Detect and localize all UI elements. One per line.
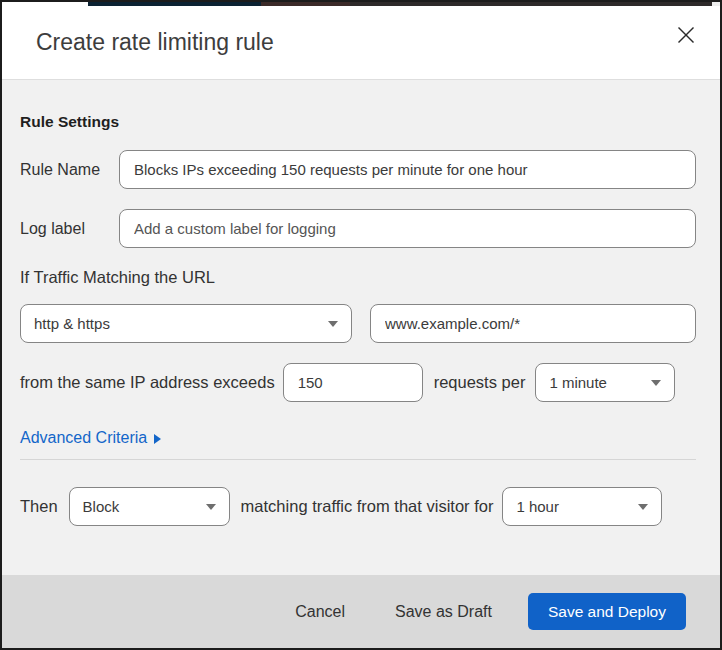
request-count-input[interactable]: [283, 363, 423, 402]
chevron-down-icon: [328, 321, 338, 327]
chevron-down-icon: [651, 380, 661, 386]
traffic-match-heading: If Traffic Matching the URL: [20, 268, 696, 287]
chevron-down-icon: [638, 504, 648, 510]
log-label-label: Log label: [20, 220, 119, 238]
modal-header: Create rate limiting rule: [2, 6, 720, 80]
rule-name-row: Rule Name: [20, 150, 696, 189]
duration-select-value: 1 hour: [516, 498, 559, 515]
chevron-right-icon: [154, 434, 161, 444]
threshold-middle-text: requests per: [434, 373, 526, 392]
threshold-prefix-text: from the same IP address exceeds: [20, 373, 275, 392]
log-label-row: Log label: [20, 209, 696, 248]
cancel-button[interactable]: Cancel: [287, 597, 353, 627]
rule-name-input[interactable]: [119, 150, 696, 189]
advanced-criteria-link[interactable]: Advanced Criteria: [20, 429, 161, 447]
rule-name-label: Rule Name: [20, 161, 119, 179]
rate-limit-modal-window: Create rate limiting rule Rule Settings …: [0, 0, 722, 650]
advanced-criteria-label: Advanced Criteria: [20, 429, 147, 447]
log-label-input[interactable]: [119, 209, 696, 248]
action-row: Then Block matching traffic from that vi…: [20, 487, 696, 526]
scheme-select[interactable]: http & https: [20, 304, 352, 343]
action-select[interactable]: Block: [69, 487, 230, 526]
section-divider: [20, 459, 696, 460]
section-heading: Rule Settings: [20, 113, 696, 131]
url-input[interactable]: [370, 304, 696, 343]
close-button[interactable]: [672, 22, 700, 50]
action-select-value: Block: [83, 498, 120, 515]
save-and-deploy-button[interactable]: Save and Deploy: [528, 593, 686, 630]
chevron-down-icon: [206, 504, 216, 510]
period-select[interactable]: 1 minute: [535, 363, 675, 402]
duration-select[interactable]: 1 hour: [502, 487, 662, 526]
action-prefix-text: Then: [20, 497, 58, 516]
traffic-match-row: http & https: [20, 304, 696, 343]
scheme-select-value: http & https: [34, 315, 110, 332]
action-middle-text: matching traffic from that visitor for: [241, 497, 494, 516]
modal-title: Create rate limiting rule: [36, 29, 274, 56]
close-icon: [677, 26, 695, 47]
threshold-row: from the same IP address exceeds request…: [20, 363, 696, 402]
period-select-value: 1 minute: [549, 374, 607, 391]
save-as-draft-button[interactable]: Save as Draft: [387, 597, 500, 627]
modal-body: Rule Settings Rule Name Log label If Tra…: [2, 80, 720, 575]
modal-footer: Cancel Save as Draft Save and Deploy: [2, 575, 720, 648]
